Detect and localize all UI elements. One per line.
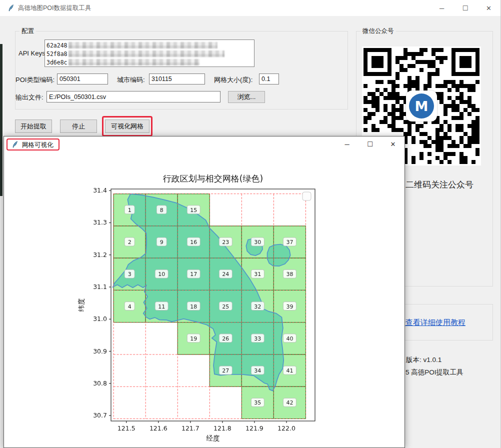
main-window-title: 高德地图POI数据提取工具	[18, 4, 92, 12]
api-key-redaction	[68, 50, 224, 57]
qr-caption: 二维码关注公众号	[406, 179, 474, 190]
svg-text:经度: 经度	[206, 434, 220, 442]
annotation-box-visualize-button	[102, 116, 152, 136]
svg-text:8: 8	[160, 207, 164, 214]
svg-text:3: 3	[128, 271, 132, 278]
city-code-input[interactable]	[149, 74, 205, 84]
config-group: 配置 API Keys: 62a248 52f8a8 3d6e8c POI类型编…	[15, 31, 348, 110]
output-file-input[interactable]	[46, 91, 220, 102]
svg-text:42: 42	[286, 400, 293, 406]
svg-text:31.3: 31.3	[93, 218, 107, 226]
svg-text:38: 38	[286, 271, 293, 278]
output-file-label: 输出文件:	[16, 93, 44, 102]
svg-text:15: 15	[190, 207, 197, 214]
svg-text:17: 17	[190, 271, 197, 278]
svg-text:41: 41	[286, 368, 293, 374]
svg-text:121.6: 121.6	[150, 424, 168, 432]
svg-text:30.9: 30.9	[93, 348, 107, 355]
svg-text:121.9: 121.9	[246, 424, 264, 432]
svg-text:10: 10	[158, 271, 165, 278]
annotation-box-grid-window-title	[6, 138, 60, 150]
svg-text:27: 27	[222, 368, 229, 374]
svg-text:23: 23	[222, 239, 229, 246]
svg-text:40: 40	[286, 336, 293, 342]
poi-type-input[interactable]	[57, 74, 108, 84]
qr-logo-letter: M	[409, 94, 434, 118]
python-tk-icon	[7, 4, 15, 12]
svg-text:1: 1	[128, 207, 132, 214]
svg-text:31.4: 31.4	[93, 186, 107, 194]
start-extract-button[interactable]: 开始提取	[15, 120, 52, 133]
grid-map-chart: 1234891011151617181923242526273031323334…	[4, 153, 405, 448]
background-window-sliver	[0, 44, 2, 196]
svg-text:16: 16	[190, 239, 197, 246]
close-button[interactable]: ✕	[477, 0, 500, 16]
svg-text:39: 39	[286, 304, 293, 310]
svg-text:31.0: 31.0	[93, 315, 107, 322]
api-keys-textarea[interactable]: 62a248 52f8a8 3d6e8c	[44, 40, 254, 67]
svg-text:31: 31	[254, 271, 261, 278]
grid-window-titlebar: 网格可视化 ─ ☐ ✕	[4, 136, 404, 153]
api-key-redaction	[68, 42, 218, 48]
svg-text:9: 9	[160, 239, 164, 246]
svg-text:121.8: 121.8	[214, 424, 232, 432]
svg-text:37: 37	[286, 239, 293, 246]
grid-size-label: 网格大小(度):	[214, 76, 252, 84]
stop-button[interactable]: 停止	[60, 120, 97, 133]
svg-text:26: 26	[222, 336, 229, 342]
close-button[interactable]: ✕	[386, 138, 400, 150]
svg-text:行政区划与相交网格(绿色): 行政区划与相交网格(绿色)	[163, 174, 263, 184]
browse-button[interactable]: 浏览...	[228, 91, 265, 103]
svg-text:11: 11	[158, 304, 165, 310]
tutorial-link[interactable]: 击查看详细使用教程	[398, 318, 466, 328]
svg-text:30: 30	[254, 239, 261, 246]
svg-text:35: 35	[254, 400, 261, 406]
grid-size-input[interactable]	[259, 74, 279, 84]
minimize-button[interactable]: ─	[430, 0, 454, 16]
city-code-label: 城市编码:	[117, 76, 145, 84]
api-key-prefix: 3d6e8c	[46, 59, 68, 66]
poi-type-label: POI类型编码:	[16, 76, 54, 84]
svg-text:31.2: 31.2	[93, 251, 107, 258]
svg-text:34: 34	[254, 368, 261, 374]
svg-text:2: 2	[128, 239, 132, 246]
maximize-button[interactable]: ☐	[454, 0, 477, 16]
grid-visualization-window: 网格可视化 ─ ☐ ✕ 1234891011151617181923242526…	[4, 136, 405, 448]
wechat-group-label: 微信公众号	[360, 27, 396, 36]
svg-text:4: 4	[128, 304, 132, 310]
svg-text:25: 25	[222, 304, 229, 310]
minimize-button[interactable]: ─	[340, 138, 354, 150]
svg-text:33: 33	[254, 336, 261, 342]
copyright-text: 5 高德POI提取工具	[406, 368, 464, 377]
svg-text:30.8: 30.8	[93, 380, 107, 387]
svg-text:32: 32	[254, 304, 261, 310]
main-titlebar: 高德地图POI数据提取工具 ─ ☐ ✕	[0, 0, 500, 16]
svg-text:121.5: 121.5	[118, 424, 136, 432]
svg-text:121.7: 121.7	[182, 424, 200, 432]
svg-text:24: 24	[222, 271, 229, 278]
api-key-prefix: 52f8a8	[46, 50, 68, 58]
api-key-redaction	[68, 59, 200, 66]
svg-text:122.0: 122.0	[278, 424, 296, 432]
svg-text:纬度: 纬度	[77, 298, 85, 312]
maximize-button[interactable]: ☐	[362, 138, 378, 150]
api-keys-label: API Keys:	[18, 50, 47, 57]
api-key-prefix: 62a248	[46, 42, 68, 49]
svg-text:18: 18	[190, 304, 197, 310]
svg-text:30.7: 30.7	[93, 412, 107, 419]
version-text: 版本: v1.0.1	[406, 356, 442, 364]
svg-text:31.1: 31.1	[93, 283, 107, 290]
config-group-label: 配置	[20, 27, 36, 36]
qr-logo: M	[406, 90, 437, 122]
svg-text:19: 19	[190, 336, 197, 342]
